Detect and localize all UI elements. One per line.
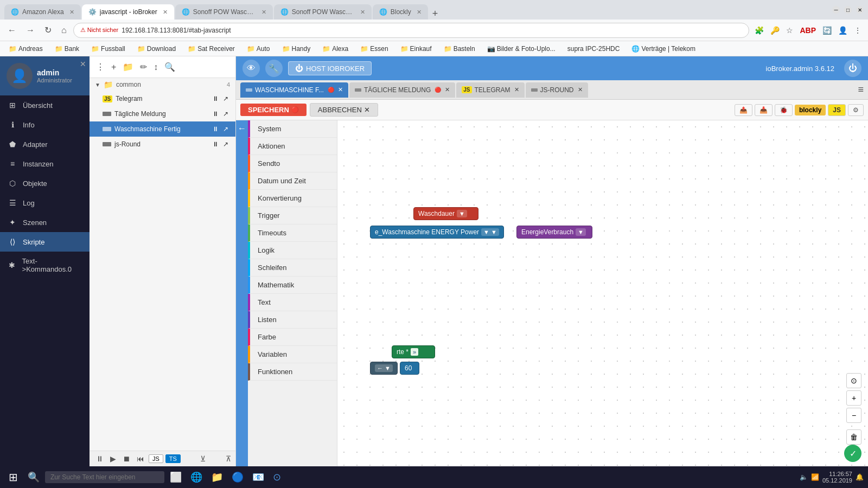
block-waschdauer[interactable]: Waschdauer ▼ bbox=[413, 207, 478, 220]
bookmark-basteln[interactable]: 📁 Basteln bbox=[439, 44, 480, 54]
save-button[interactable]: SPEICHERN 🔴 bbox=[240, 104, 307, 116]
host-button[interactable]: ⏻ HOST IOBROKER bbox=[288, 61, 372, 75]
bookmark-supra[interactable]: supra IPC-25HDC bbox=[563, 44, 624, 54]
new-tab-button[interactable]: + bbox=[429, 8, 442, 20]
window-minimize-button[interactable]: ─ bbox=[832, 6, 840, 14]
script-pause-button-telegram[interactable]: ⏸ bbox=[210, 94, 220, 103]
task-view-button[interactable]: ⬜ bbox=[167, 469, 185, 485]
block-menu-item-funktionen[interactable]: Funktionen bbox=[248, 363, 337, 381]
script-open-button-tagliche[interactable]: ↗ bbox=[221, 110, 230, 118]
blockly-pause-button[interactable]: ⏸ bbox=[94, 453, 106, 464]
visibility-button[interactable]: 👁 bbox=[242, 60, 260, 77]
sidebar-item-skripte[interactable]: ⟨⟩ Skripte bbox=[0, 232, 90, 252]
canvas-zoom-out-button[interactable]: − bbox=[846, 408, 861, 423]
sidebar-item-log[interactable]: ☰ Log bbox=[0, 193, 90, 213]
script-pause-button-jsround[interactable]: ⏸ bbox=[210, 140, 220, 149]
block-menu-item-datum[interactable]: Datum und Zeit bbox=[248, 172, 337, 190]
block-menu-item-variablen[interactable]: Variablen bbox=[248, 346, 337, 363]
block-menu-item-mathematik[interactable]: Mathematik bbox=[248, 277, 337, 294]
iobroker-taskbar-button[interactable]: ⊙ bbox=[270, 469, 284, 485]
export-button[interactable]: 📤 bbox=[735, 104, 752, 116]
editor-tabs-more-button[interactable]: ≡ bbox=[858, 84, 864, 95]
block-menu-item-aktionen[interactable]: Aktionen bbox=[248, 138, 337, 155]
script-pause-button-tagliche[interactable]: ⏸ bbox=[210, 110, 220, 118]
block-menu-item-schleifen[interactable]: Schleifen bbox=[248, 259, 337, 277]
bookmark-alexa[interactable]: 📁 Alexa bbox=[318, 44, 353, 54]
chrome-taskbar-button[interactable]: 🌐 bbox=[187, 469, 206, 485]
script-open-button-telegram[interactable]: ↗ bbox=[221, 94, 230, 103]
block-rte[interactable]: rte * » bbox=[392, 345, 435, 358]
script-open-button-jsround[interactable]: ↗ bbox=[221, 140, 230, 149]
js-mode-button[interactable]: JS bbox=[828, 104, 846, 116]
block-menu-item-text[interactable]: Text bbox=[248, 294, 337, 311]
blockly-play-button[interactable]: ▶ bbox=[108, 453, 118, 464]
canvas-center-button[interactable]: ⊙ bbox=[846, 373, 861, 388]
script-item-telegram[interactable]: JS Telegram ⏸ ↗ bbox=[90, 91, 235, 106]
tab-close-sonoff2[interactable]: ✕ bbox=[360, 9, 365, 16]
window-maximize-button[interactable]: □ bbox=[844, 6, 852, 14]
tab-close-telegram[interactable]: ✕ bbox=[514, 86, 519, 93]
bookmark-vertrage[interactable]: 🌐 Verträge | Telekom bbox=[627, 44, 700, 54]
menu-button[interactable]: ⋮ bbox=[852, 24, 864, 37]
script-open-button-waschmaschine[interactable]: ↗ bbox=[221, 125, 230, 133]
script-add-button[interactable]: + bbox=[109, 60, 118, 74]
blockly-mode-button[interactable]: blockly bbox=[795, 105, 826, 115]
block-energy-power[interactable]: e_Waschmaschine ENERGY Power ▼ ▼ bbox=[370, 226, 504, 239]
block-menu-item-konv[interactable]: Konvertierung bbox=[248, 190, 337, 207]
editor-tab-taegliche[interactable]: TÄGLICHE MELDUNG 🔴 ✕ bbox=[349, 82, 455, 98]
bookmark-einkauf[interactable]: 📁 Einkauf bbox=[396, 44, 436, 54]
window-close-button[interactable]: ✕ bbox=[856, 6, 864, 14]
sidebar-close-button[interactable]: ✕ bbox=[80, 60, 86, 68]
script-edit-button[interactable]: ✏ bbox=[138, 60, 149, 74]
blockly-expand-button[interactable]: ⊼ bbox=[226, 454, 231, 463]
block-menu-item-sendto[interactable]: Sendto bbox=[248, 155, 337, 172]
script-pause-button-waschmaschine[interactable]: ⏸ bbox=[210, 125, 220, 133]
explorer-taskbar-button[interactable]: 📁 bbox=[208, 469, 226, 485]
editor-tab-waschmaschine[interactable]: WASCHMASCHINE F... 🔴 ✕ bbox=[240, 82, 348, 98]
sync-icon[interactable]: 🔄 bbox=[820, 24, 834, 37]
bookmark-fussball[interactable]: 📁 Fussball bbox=[87, 44, 130, 54]
bookmark-sat[interactable]: 📁 Sat Receiver bbox=[183, 44, 239, 54]
browser-tab-sonoff2[interactable]: 🌐 Sonoff POW Waschmaschine fer... ✕ bbox=[274, 4, 372, 20]
trash-button[interactable]: 🗑 bbox=[846, 429, 861, 445]
block-menu-collapse-button[interactable]: ← bbox=[236, 120, 248, 466]
tab-close-blockly[interactable]: ✕ bbox=[417, 9, 422, 16]
canvas-zoom-in-button[interactable]: + bbox=[846, 390, 861, 406]
browser-tab-sonoff1[interactable]: 🌐 Sonoff POW Waschmaschine fer... ✕ bbox=[175, 4, 273, 20]
block-menu-item-farbe[interactable]: Farbe bbox=[248, 329, 337, 346]
forward-button[interactable]: → bbox=[23, 23, 38, 37]
browser-tab-blockly[interactable]: 🌐 Blockly ✕ bbox=[373, 4, 428, 20]
editor-tab-telegram[interactable]: JS TELEGRAM ✕ bbox=[456, 82, 524, 98]
block-menu-item-timeouts[interactable]: Timeouts bbox=[248, 224, 337, 242]
adblock-icon[interactable]: ABP bbox=[797, 24, 818, 37]
blockly-js-type-button[interactable]: JS bbox=[149, 454, 163, 463]
key-icon[interactable]: 🔑 bbox=[768, 24, 782, 37]
sidebar-item-adapter[interactable]: ⬟ Adapter bbox=[0, 134, 90, 154]
search-button[interactable]: 🔍 bbox=[24, 469, 43, 485]
bookmark-download[interactable]: 📁 Download bbox=[133, 44, 180, 54]
blockly-restart-button[interactable]: ⏮ bbox=[135, 453, 146, 464]
extensions-button[interactable]: 🧩 bbox=[752, 24, 766, 37]
bookmark-auto[interactable]: 📁 Auto bbox=[242, 44, 275, 54]
blockly-canvas[interactable]: Waschdauer ▼ e_Waschmaschine ENERGY Powe… bbox=[337, 120, 868, 466]
taskbar-search-input[interactable] bbox=[45, 471, 164, 483]
blockly-stop-button[interactable]: ⏹ bbox=[120, 453, 132, 464]
address-bar[interactable]: ⚠ Nicht sicher 192.168.178.113:8081/#tab… bbox=[73, 23, 750, 38]
block-waschdauer-dropdown[interactable]: ▼ bbox=[457, 210, 467, 217]
blockly-ts-type-button[interactable]: TS bbox=[165, 454, 181, 463]
script-menu-button[interactable]: ⋮ bbox=[94, 60, 107, 74]
block-energy-dropdown[interactable]: ▼ ▼ bbox=[481, 228, 499, 236]
script-add-folder-button[interactable]: 📁 bbox=[120, 60, 136, 74]
tab-close-iobroker[interactable]: ✕ bbox=[163, 9, 168, 16]
tab-close-taegliche[interactable]: ✕ bbox=[445, 86, 450, 93]
block-arithmetic[interactable]: ← ▼ bbox=[370, 362, 398, 375]
script-sort-button[interactable]: ↕ bbox=[151, 60, 160, 74]
refresh-button[interactable]: ↻ bbox=[41, 23, 55, 37]
star-button[interactable]: ☆ bbox=[784, 24, 795, 37]
block-number-60[interactable]: 60 bbox=[400, 362, 419, 375]
bookmark-essen[interactable]: 📁 Essen bbox=[356, 44, 392, 54]
editor-tab-jsround[interactable]: JS-ROUND ✕ bbox=[526, 82, 588, 98]
bookmark-bilder[interactable]: 📷 Bilder & Foto-Uplo... bbox=[483, 44, 560, 54]
block-menu-item-system[interactable]: System bbox=[248, 120, 337, 138]
block-menu-item-trigger[interactable]: Trigger bbox=[248, 207, 337, 224]
